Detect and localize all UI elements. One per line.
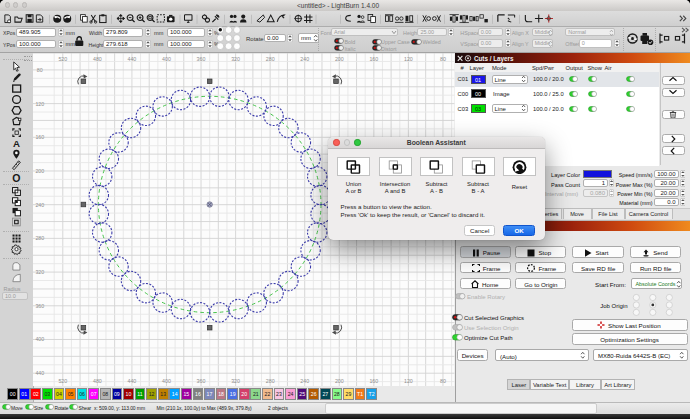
svg-text:280: 280: [36, 236, 45, 242]
svg-text:160: 160: [370, 57, 379, 63]
svg-text:480: 480: [93, 378, 102, 384]
svg-text:280: 280: [266, 378, 275, 384]
svg-text:O: O: [12, 172, 20, 184]
svg-text:80: 80: [440, 57, 446, 63]
svg-text:400: 400: [36, 337, 45, 343]
svg-text:240: 240: [301, 378, 310, 384]
svg-text:320: 320: [36, 269, 45, 275]
svg-text:360: 360: [197, 57, 206, 63]
svg-text:120: 120: [404, 57, 413, 63]
svg-text:80: 80: [37, 67, 43, 73]
svg-text:280: 280: [266, 57, 275, 63]
svg-text:200: 200: [335, 57, 344, 63]
svg-text:360: 360: [36, 303, 45, 309]
svg-text:440: 440: [36, 370, 45, 376]
svg-text:480: 480: [93, 57, 102, 63]
svg-text:520: 520: [59, 57, 68, 63]
svg-text:80: 80: [440, 378, 446, 384]
svg-text:200: 200: [36, 168, 45, 174]
svg-text:440: 440: [128, 57, 137, 63]
svg-text:320: 320: [231, 378, 240, 384]
svg-text:240: 240: [301, 57, 310, 63]
svg-text:A: A: [13, 138, 20, 149]
svg-text:320: 320: [231, 57, 240, 63]
svg-text:160: 160: [36, 134, 45, 140]
svg-text:520: 520: [59, 378, 68, 384]
svg-text:440: 440: [128, 378, 137, 384]
svg-text:120: 120: [36, 101, 45, 107]
svg-text:120: 120: [404, 378, 413, 384]
svg-text:200: 200: [335, 378, 344, 384]
svg-text:240: 240: [36, 202, 45, 208]
svg-text:400: 400: [162, 57, 171, 63]
svg-text:160: 160: [370, 378, 379, 384]
svg-text:400: 400: [162, 378, 171, 384]
svg-text:360: 360: [197, 378, 206, 384]
